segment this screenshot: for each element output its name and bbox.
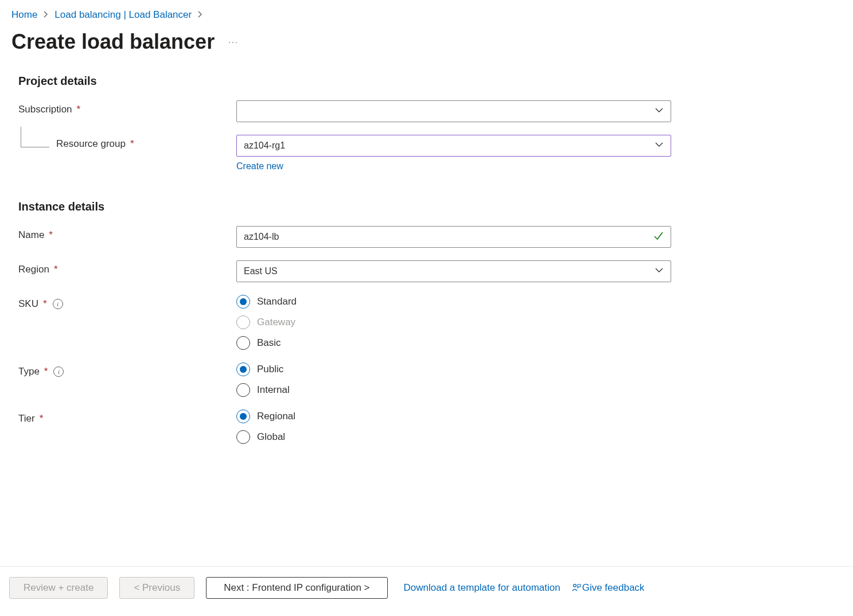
- region-select[interactable]: East US: [236, 260, 671, 282]
- type-option-internal-label: Internal: [257, 384, 290, 396]
- tier-label: Tier: [18, 413, 35, 424]
- chevron-down-icon: [655, 266, 664, 277]
- tier-option-global[interactable]: Global: [236, 430, 671, 444]
- required-asterisk: *: [130, 138, 134, 150]
- info-icon[interactable]: i: [53, 299, 63, 309]
- sku-option-standard[interactable]: Standard: [236, 295, 671, 309]
- radio-disabled-icon: [236, 315, 250, 329]
- tier-option-regional[interactable]: Regional: [236, 410, 671, 423]
- chevron-right-icon: [197, 10, 203, 20]
- checkmark-icon: [653, 231, 664, 243]
- type-option-public-label: Public: [257, 364, 283, 375]
- name-input[interactable]: az104-lb: [236, 226, 671, 248]
- tree-connector-line: [21, 127, 49, 147]
- more-actions-button[interactable]: ···: [228, 37, 239, 46]
- info-icon[interactable]: i: [53, 367, 64, 377]
- required-asterisk: *: [54, 264, 58, 275]
- chevron-right-icon: [43, 10, 49, 20]
- required-asterisk: *: [77, 104, 81, 115]
- breadcrumb-load-balancing[interactable]: Load balancing | Load Balancer: [54, 9, 192, 21]
- section-project-details: Project details: [18, 75, 671, 88]
- page-title: Create load balancer: [11, 30, 215, 54]
- region-label: Region: [18, 264, 49, 275]
- sku-radio-group: Standard Gateway Basic: [236, 295, 671, 350]
- name-value: az104-lb: [244, 232, 279, 242]
- required-asterisk: *: [40, 413, 44, 424]
- chevron-down-icon: [655, 106, 664, 117]
- type-option-public[interactable]: Public: [236, 362, 671, 376]
- required-asterisk: *: [49, 229, 53, 241]
- chevron-down-icon: [655, 140, 664, 151]
- radio-checked-icon: [236, 362, 250, 376]
- radio-checked-icon: [236, 295, 250, 309]
- sku-option-standard-label: Standard: [257, 296, 297, 307]
- sku-option-basic-label: Basic: [257, 337, 281, 349]
- resource-group-label: Resource group: [56, 138, 126, 150]
- name-label: Name: [18, 229, 44, 241]
- breadcrumb: Home Load balancing | Load Balancer: [11, 9, 842, 21]
- required-asterisk: *: [43, 298, 47, 310]
- tier-option-global-label: Global: [257, 431, 285, 443]
- radio-checked-icon: [236, 410, 250, 423]
- type-option-internal[interactable]: Internal: [236, 383, 671, 397]
- region-value: East US: [244, 266, 278, 276]
- sku-option-gateway-label: Gateway: [257, 317, 295, 328]
- subscription-label: Subscription: [18, 104, 72, 115]
- sku-option-basic[interactable]: Basic: [236, 336, 671, 350]
- type-label: Type: [18, 366, 40, 377]
- radio-unchecked-icon: [236, 383, 250, 397]
- radio-unchecked-icon: [236, 336, 250, 350]
- radio-unchecked-icon: [236, 430, 250, 444]
- type-radio-group: Public Internal: [236, 362, 671, 397]
- required-asterisk: *: [44, 366, 48, 377]
- subscription-select[interactable]: [236, 100, 671, 122]
- sku-label: SKU: [18, 298, 38, 310]
- tier-option-regional-label: Regional: [257, 411, 295, 422]
- create-new-link[interactable]: Create new: [236, 161, 283, 171]
- tier-radio-group: Regional Global: [236, 410, 671, 444]
- breadcrumb-home[interactable]: Home: [11, 9, 37, 21]
- sku-option-gateway: Gateway: [236, 315, 671, 329]
- section-instance-details: Instance details: [18, 200, 671, 213]
- resource-group-value: az104-rg1: [244, 141, 285, 151]
- resource-group-select[interactable]: az104-rg1: [236, 135, 671, 157]
